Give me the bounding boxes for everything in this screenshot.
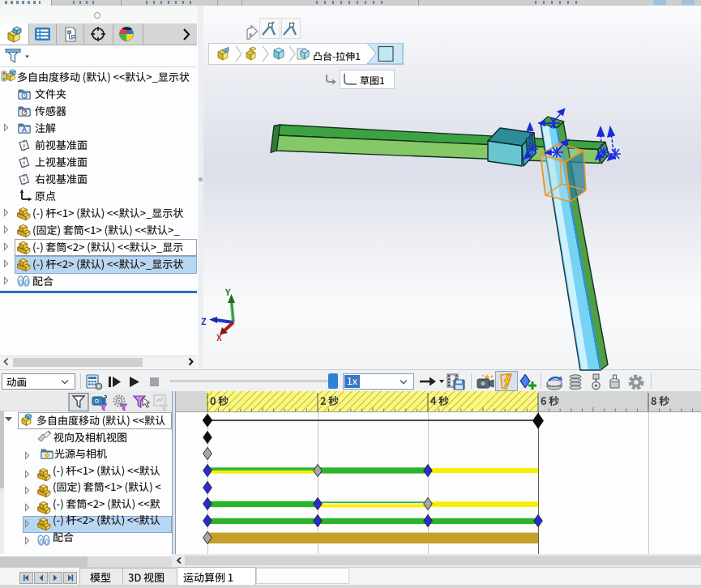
svg-text:A: A [22, 126, 28, 134]
